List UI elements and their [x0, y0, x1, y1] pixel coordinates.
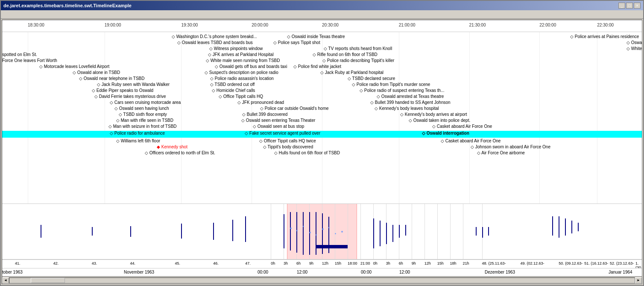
minimap-bar	[559, 216, 559, 238]
minimap-bar	[245, 216, 246, 242]
event-police-car-oswald: ◇ Police car outside Oswald's home	[260, 106, 329, 111]
time-label-1900: 19:00:00	[105, 23, 121, 27]
minimap-bar	[296, 212, 297, 253]
minimap-bar	[476, 227, 477, 236]
event-police-describing: ◇ Police radio describing Tippit's kille…	[322, 58, 394, 63]
minimap-bar	[284, 214, 284, 248]
minimap-bar	[303, 212, 304, 255]
mm-label-0h-2: 0h	[373, 261, 378, 265]
main-content: 18:30:00 19:00:00 19:30:00 20:00:00 20:3…	[2, 20, 642, 284]
time-label-2000: 20:00:00	[252, 23, 268, 27]
time-label-2130: 21:30:00	[469, 23, 486, 27]
oswald-interrogation-highlight: ◇ Police radio for ambulance ◇ Fake secr…	[2, 131, 642, 138]
mm-label-52: 52. (23.12.63-	[610, 261, 634, 265]
event-oswald-arrested: ◇ Oswald arrested at Texas theatre	[377, 94, 444, 99]
event-washington-phone: ◇ Washington D.C.'s phone system breakd.…	[172, 34, 257, 39]
timeline-header: 18:30:00 19:00:00 19:30:00 20:00:00 20:3…	[2, 20, 642, 32]
mm-label-0h-1: 0h	[271, 261, 275, 265]
event-man-seizure: ◇ Man with seizure in front of TSBD	[108, 124, 177, 129]
mm-label-42: 42.	[53, 261, 59, 265]
date-row: tober 1963 November 1963 00:00 12:00 00:…	[2, 268, 642, 276]
minimize-button[interactable]: _	[618, 3, 625, 9]
scrollbar-thumb[interactable]	[31, 278, 65, 283]
time-label-1930: 19:30:00	[181, 23, 198, 27]
event-spotted-elm: spotted on Elm St.	[2, 52, 37, 57]
mm-label-21h: 21h	[463, 261, 469, 265]
event-kennedy-body-leaves: ◇ Kennedy's body leaves hospital	[375, 106, 439, 111]
event-jfk-parkland: ◇ JFK arrives at Parkland Hospital	[208, 52, 274, 57]
minimap-bar	[565, 218, 566, 236]
event-jack-ruby-parkland: ◇ Jack Ruby at Parkland hospital	[320, 70, 383, 75]
mm-label-49: 49. (02.12.63-	[520, 261, 544, 265]
date-0000-2: 00:00	[361, 270, 372, 274]
event-police-assassin: ◇ Police radio assassin's location	[210, 76, 274, 81]
mm-label-15h-1: 15h	[335, 261, 341, 265]
minimap-dot	[316, 234, 317, 236]
maximize-button[interactable]: □	[626, 3, 633, 9]
event-oswald-telephone: ◇ Oswald near telephone in TSBD	[79, 76, 144, 81]
title-bar: de.jaret.examples.timebars.timeline.swt.…	[1, 1, 643, 10]
event-suspect-desc: ◇ Suspect's description on police radio	[205, 70, 278, 75]
minimap-area: 41. 42. 43. 44. 45. 46. 47. 0h 3h 6h 9h …	[2, 203, 642, 276]
event-white-jacket: ◇ Police find white jacket	[293, 64, 341, 69]
minimap-canvas	[2, 204, 642, 259]
scroll-right-button[interactable]: ►	[635, 277, 642, 283]
mm-label-15h-2: 15h	[437, 261, 444, 265]
event-oswald-interrogation: ◇ Oswald interrogation	[422, 131, 469, 136]
time-label-1830: 18:30:00	[28, 23, 44, 27]
event-white-male: ◇ White male seen running from TSBD	[206, 58, 280, 63]
events-area: ◇ Washington D.C.'s phone system breakd.…	[2, 32, 642, 203]
event-kennedy-arrives-airport: ◇ Kennedy's body arrives at airport	[400, 112, 467, 117]
mm-label-48: 48. (25.11.63-	[482, 261, 506, 265]
time-label-2030: 20:30:00	[322, 23, 339, 27]
date-0000-1: 00:00	[258, 270, 268, 274]
event-oswald-lunch: ◇ Oswald seen having lunch	[114, 106, 169, 111]
minimap-bar	[399, 225, 400, 238]
minimap-bar	[92, 227, 93, 236]
event-officers-ordered: ◇ Officers ordered to north of Elm St.	[145, 150, 215, 155]
mm-label-43: 43.	[92, 261, 97, 265]
minimap-bar	[290, 212, 291, 251]
date-oct-1963: tober 1963	[2, 270, 23, 274]
time-label-2100: 21:00:00	[399, 23, 416, 27]
minimap-bar	[380, 221, 381, 246]
close-button[interactable]: ×	[634, 3, 641, 9]
mm-label-51: 51. (16.12.63-	[584, 261, 608, 265]
event-suspect-texas: ◇ Police radio of suspect entering Texas…	[360, 88, 444, 93]
event-david-ferrie: ◇ David Ferrie takes mysterious drive	[94, 94, 166, 99]
scroll-left-button[interactable]: ◄	[2, 277, 9, 283]
event-oswald-taxi: ◇ Oswald gets off bus and boards taxi	[215, 64, 287, 69]
mm-label-41: 41.	[15, 261, 20, 265]
minimap-dot	[309, 232, 311, 233]
mm-label-9h-1: 9h	[309, 261, 313, 265]
mm-label-12h-1: 12h	[322, 261, 328, 265]
event-police-paines: ◇ Police arrives at Paines residence	[570, 34, 639, 39]
mm-label-44: 44.	[130, 261, 136, 265]
mm-label-1800: 18:00	[348, 261, 357, 265]
minimap-bar	[41, 225, 41, 238]
minimap-bar	[316, 212, 316, 255]
minimap-dot	[328, 227, 330, 228]
event-police-tippit-murder: ◇ Police radio from Tippit's murder scen…	[352, 82, 430, 87]
event-white-h: ◇ White H	[626, 46, 642, 51]
event-tippit-hq: ◇ Office Tippit calls HQ	[219, 94, 263, 99]
date-jan-1964: Januar 1964	[609, 270, 632, 274]
event-bullet-399: ◇ Bullet 399 discovered	[242, 112, 287, 117]
event-kennedy-shot: ◆ Kennedy shot	[157, 144, 187, 149]
event-oswald-bus-stop: ◇ Oswald seen at bus stop	[253, 124, 304, 129]
mm-label-12h-2: 12h	[424, 261, 431, 265]
event-rifle-6th: ◇ Rifle found on 6th floor of TSBD	[313, 52, 378, 57]
event-tsbd-declared: ◇ TSBD declared secure	[348, 76, 395, 81]
minimap-bar	[578, 223, 579, 231]
date-nov-1963: November 1963	[124, 270, 154, 274]
event-oswald-boards-bus: ◇ Oswald leaves TSBD and boards bus	[177, 40, 253, 45]
event-oswald-police-dept: ◇ Oswald taken into police dept.	[409, 118, 470, 123]
event-bullet-399-ss: ◇ Bullet 399 handed to SS Agent Johnson	[370, 100, 451, 105]
event-air-force-airborne: ◇ Air Force One airborne	[477, 150, 525, 155]
mm-label-45: 45.	[175, 261, 180, 265]
window-title: de.jaret.examples.timebars.timeline.swt.…	[3, 3, 132, 8]
event-oswald-theatre: ◇ Oswald inside Texas theatre	[287, 34, 345, 39]
mm-label-6h-2: 6h	[399, 261, 403, 265]
event-homicide-chief: ◇ Homicide Chief calls	[212, 88, 255, 93]
scrollbar-track[interactable]	[9, 277, 635, 283]
